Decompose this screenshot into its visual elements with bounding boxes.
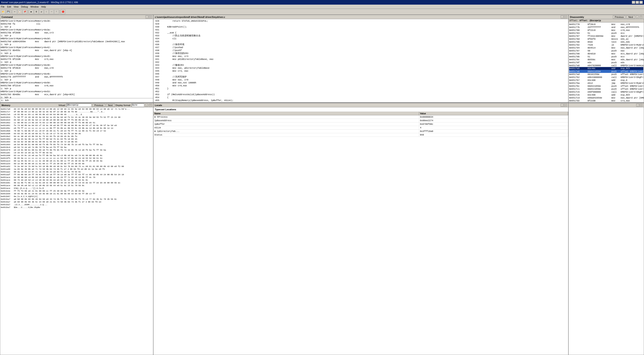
memory-line: 9e651b4e ff f5 f3 08 e8 21 01 00 00 cc f… bbox=[1, 190, 153, 192]
locals-panel-title: Locals bbox=[155, 104, 162, 107]
disassembly-line[interactable]: 9e6517b2 e8b33000000 call KMDFDriver3!Db… bbox=[569, 76, 643, 79]
locals-panel: Locals _ □ Typecast Locations Name Value bbox=[153, 103, 568, 355]
memory-line: 9e6518e2 04 4c 00 40 43 8b 59 0c 75 61 8… bbox=[1, 135, 153, 138]
command-line: 1: kd> p bbox=[1, 61, 153, 64]
source-panel-content[interactable]: 428 return STATUS_UNSUCCESSFUL; 429 430 … bbox=[154, 19, 568, 102]
disassembly-line[interactable]: 9e6517cb 83c408 add esp,0Ch bbox=[569, 94, 643, 96]
disassembly-panel-max[interactable]: □ bbox=[640, 16, 642, 19]
memory-format-input[interactable] bbox=[132, 104, 144, 107]
menu-edit[interactable]: Edit bbox=[7, 6, 11, 8]
disassembly-line[interactable]: 9e6517a0 e847020000 call KMDFDriver3!mem… bbox=[569, 64, 643, 67]
source-panel: c:\users\jack\source\repos\kmdf driver3\… bbox=[153, 15, 568, 103]
memory-next-button[interactable]: Next bbox=[106, 104, 115, 107]
menu-help[interactable]: Help bbox=[41, 6, 46, 8]
disassembly-line[interactable]: 9e651792 7428 je KMDFDriver3!MyWriteProc… bbox=[569, 44, 643, 47]
disassembly-line[interactable]: 9e6517cd e89a842659e mov eax,dword ptr [… bbox=[569, 96, 643, 99]
tb-bp[interactable]: 🔴 bbox=[61, 10, 65, 14]
memory-prev-button[interactable]: Previous bbox=[92, 104, 105, 107]
source-panel-minimize[interactable]: _ bbox=[561, 16, 564, 19]
locals-cell-value: 0x00ee2274 bbox=[419, 119, 568, 123]
tb-step-over[interactable]: → bbox=[49, 10, 54, 14]
disassembly-line[interactable]: 9e651778 0f20c0 mov eax,cr0 bbox=[569, 23, 643, 26]
command-line: 1: kd> p bbox=[1, 52, 153, 55]
locals-cell-name: lpBaseAddress bbox=[154, 119, 419, 123]
right-panel-min[interactable]: _ bbox=[636, 104, 639, 107]
disassembly-line[interactable]: 9e6517c1 68d421659e push offset KMDFDriv… bbox=[569, 88, 643, 91]
disassembly-prev-button[interactable]: Previous bbox=[613, 15, 626, 19]
memory-line: 9e651aaf ff 55 8b 68 18 ff 70 0c ff 70 1… bbox=[1, 173, 153, 176]
tb-restart[interactable]: ↺ bbox=[39, 10, 44, 14]
disassembly-content[interactable]: 9e651778 0f20c0 mov eax,cr09e65177b 25ff… bbox=[568, 23, 644, 102]
tb-sep2 bbox=[28, 10, 28, 14]
command-panel-content[interactable]: KMDFDriver3!MyWriteProcessMemory+0x39:9e… bbox=[0, 19, 153, 98]
command-line: KMDFDriver3!MyWriteProcessMemory+0x3d: bbox=[1, 37, 153, 40]
tb-open[interactable]: 📂 bbox=[1, 10, 6, 14]
locals-panel-min[interactable]: _ bbox=[561, 104, 564, 107]
disassembly-line[interactable]: 9e651797 50 push eax bbox=[569, 49, 643, 52]
memory-panel-min[interactable]: _ bbox=[145, 104, 148, 107]
disassembly-line[interactable]: 9e6517bc 68d421659e push offset KMDFDriv… bbox=[569, 85, 643, 88]
disassembly-line[interactable]: 9e65177b 25ffffffff and eax,0FFFFFFFFh bbox=[569, 26, 643, 29]
disassembly-line[interactable]: 9e651780 0f22c0 mov cr0,eax bbox=[569, 29, 643, 32]
close-button[interactable]: × bbox=[640, 1, 643, 4]
locals-row[interactable]: ⊞ lpDirectoryTab...0x3fff16a0 bbox=[154, 130, 568, 133]
menu-window[interactable]: Window bbox=[30, 6, 39, 8]
menu-file[interactable]: File bbox=[1, 6, 4, 8]
memory-panel-content[interactable]: 9e6517a8 d4 15 9e e8 b3 00 00 00 83 c4 0… bbox=[0, 107, 153, 355]
menu-debug[interactable]: Debug bbox=[21, 6, 28, 8]
tb-paste[interactable]: 📌 bbox=[22, 10, 27, 14]
tb-step-in[interactable]: ↓ bbox=[44, 10, 49, 14]
memory-virtual-label: Virtual: bbox=[58, 104, 66, 107]
right-panel-max[interactable]: □ bbox=[640, 104, 642, 107]
memory-line: 9e651843 65 0d c9 1e 65 9e 5d c2 10 00 e… bbox=[1, 119, 153, 121]
disassembly-line[interactable]: 9e651794 8b4514 mov eax,dword ptr [ebp+1… bbox=[569, 47, 643, 49]
locals-panel-max[interactable]: □ bbox=[564, 104, 567, 107]
disassembly-line[interactable]: 9e65178d 0fb6f0 movzx edx,al bbox=[569, 38, 643, 41]
disassembly-line[interactable]: 9e65179c 8b550c mov edx,dword ptr [ebp+0… bbox=[569, 58, 643, 61]
locals-row[interactable]: Status0n0 bbox=[154, 133, 568, 137]
command-input[interactable] bbox=[1, 99, 152, 102]
offset-value: Offset: @$scopeip bbox=[580, 20, 601, 22]
disassembly-line[interactable]: 9e65179f edx push edx bbox=[569, 61, 643, 64]
disassembly-line[interactable]: 9e6517c6 e89f000000 call KMDFDriver3!Dbg… bbox=[569, 91, 643, 94]
command-panel-minimize[interactable]: _ bbox=[146, 16, 148, 19]
disassembly-line[interactable]: 9e651787 ff152c30659e mov dword ptr [KMD… bbox=[569, 35, 643, 38]
command-panel-buttons: _ □ bbox=[146, 16, 152, 19]
disassembly-line[interactable]: 9e651790 85d2 test edx,edx bbox=[569, 41, 643, 44]
command-line: KMDFDriver3!MyWriteProcessMemory+0x48: bbox=[1, 64, 153, 67]
locals-row[interactable]: lpBuffer0x8786f98c bbox=[154, 123, 568, 126]
locals-row[interactable]: ⊞ hProcess0x00000834 bbox=[154, 115, 568, 119]
maximize-button[interactable]: □ bbox=[636, 1, 639, 4]
source-panel-maximize[interactable]: □ bbox=[564, 16, 567, 19]
memory-line: 9e651b69 40 65 9e 8b 4c 24 0c e9 4b 08 e… bbox=[1, 192, 153, 195]
locals-cell-value: 4 bbox=[419, 126, 568, 130]
tb-break[interactable]: ⏸ bbox=[34, 10, 39, 14]
menu-view[interactable]: View bbox=[14, 6, 19, 8]
tb-copy[interactable]: 📋 bbox=[18, 10, 22, 14]
memory-address-input[interactable] bbox=[66, 104, 92, 107]
disassembly-line[interactable]: 9e6517a8 68d421659e push offset KMDFDriv… bbox=[569, 70, 643, 73]
disassembly-panel: Disassembly Previous Next _ □ Offset: Of… bbox=[568, 15, 644, 103]
disassembly-line[interactable]: 9e6517b7 83c408 add esp,0 bbox=[569, 79, 643, 82]
tb-go[interactable]: ▶ bbox=[29, 10, 34, 14]
disassembly-line[interactable]: 9e6517a5 83c40c add esp,0Ch bbox=[569, 67, 643, 70]
memory-panel-max[interactable]: □ bbox=[149, 104, 152, 107]
disassembly-panel-min[interactable]: _ bbox=[636, 16, 639, 19]
command-panel-maximize[interactable]: □ bbox=[149, 16, 152, 19]
locals-row[interactable]: nSize4 bbox=[154, 126, 568, 130]
tb-step-out[interactable]: ↑ bbox=[54, 10, 59, 14]
disassembly-line[interactable]: 9e651783 51 push ecx bbox=[569, 32, 643, 35]
disassembly-line[interactable]: 9e651798 8b4d10 mov ecx,dword ptr [ebp+1… bbox=[569, 52, 643, 55]
source-line: 451 } bbox=[154, 87, 568, 90]
disassembly-line[interactable]: 9e6517d2 0f22d8 mov cr3,eax bbox=[569, 99, 643, 102]
minimize-button[interactable]: − bbox=[632, 1, 635, 4]
source-line: 428 return STATUS_UNSUCCESSFUL; bbox=[154, 20, 568, 23]
tb-save[interactable]: 💾 bbox=[6, 10, 10, 14]
tb-cut[interactable]: ✂ bbox=[12, 10, 17, 14]
command-line: KMDFDriver3!MyWriteProcessMemory+0x45: bbox=[1, 55, 153, 58]
disassembly-line[interactable]: 9e6517ba eb12 jmp KMDFDriver3!MyWritePro… bbox=[569, 82, 643, 85]
disassembly-line[interactable]: 9e6517ad 68182259e push offset KMDFDrive… bbox=[569, 73, 643, 76]
disassembly-next-button[interactable]: Next bbox=[626, 15, 635, 19]
disassembly-line[interactable]: 9e65179b 51 push ecx bbox=[569, 55, 643, 58]
locals-row[interactable]: lpBaseAddress0x00ee2274 bbox=[154, 119, 568, 123]
